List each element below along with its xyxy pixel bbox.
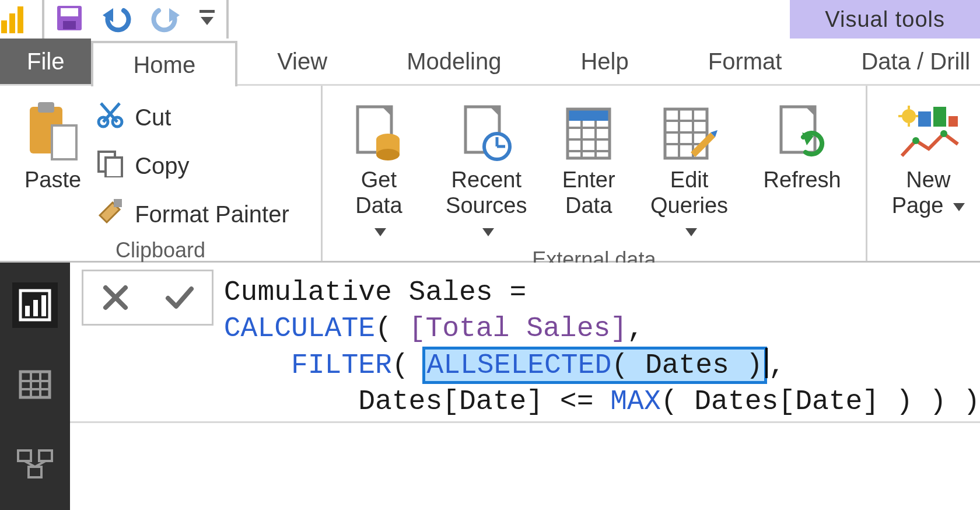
svg-marker-9: [201, 17, 214, 25]
new-page-icon: [896, 97, 960, 162]
refresh-label: Refresh: [764, 167, 841, 193]
tab-modeling[interactable]: Modeling: [367, 39, 541, 84]
group-external-data: Get Data Recent Sources: [323, 86, 867, 261]
ribbon: Paste Cut: [0, 84, 980, 263]
cancel-formula-button[interactable]: [83, 271, 148, 324]
new-page-label: New Page: [892, 167, 951, 218]
svg-rect-60: [25, 306, 30, 316]
svg-rect-61: [33, 300, 38, 316]
svg-rect-63: [20, 372, 50, 397]
chevron-down-icon: [374, 228, 386, 236]
svg-rect-70: [29, 467, 41, 477]
svg-rect-12: [52, 125, 76, 159]
app-icon: [0, 0, 36, 39]
save-button[interactable]: [55, 4, 84, 35]
code-line-1: Cumulative Sales =: [224, 277, 543, 308]
edit-queries-label: Edit Queries: [650, 167, 728, 218]
tab-help[interactable]: Help: [541, 39, 668, 84]
svg-rect-46: [781, 107, 815, 152]
chevron-down-icon: [482, 228, 494, 236]
edit-queries-button[interactable]: Edit Queries: [631, 92, 748, 244]
svg-rect-18: [106, 158, 122, 177]
report-view-button[interactable]: [12, 282, 58, 328]
formula-selection: ALLSELECTED( Dates ): [425, 350, 764, 381]
svg-rect-0: [1, 20, 7, 33]
get-data-icon: [353, 97, 404, 162]
cut-label: Cut: [135, 104, 171, 131]
svg-point-57: [912, 137, 919, 144]
contextual-tab-label: Visual tools: [790, 0, 980, 39]
svg-rect-56: [949, 116, 958, 127]
copy-button[interactable]: Copy: [94, 146, 292, 186]
get-data-label: Get Data: [355, 167, 402, 218]
svg-rect-20: [114, 199, 122, 207]
formula-bar[interactable]: Cumulative Sales = CALCULATE( [Total Sal…: [70, 263, 980, 423]
tab-file[interactable]: File: [0, 39, 91, 84]
tab-home[interactable]: Home: [91, 41, 237, 86]
commit-formula-button[interactable]: [148, 271, 212, 324]
svg-rect-4: [61, 8, 78, 16]
cut-button[interactable]: Cut: [94, 97, 292, 138]
enter-data-button[interactable]: Enter Data: [550, 92, 628, 218]
svg-rect-2: [18, 6, 23, 33]
svg-point-58: [940, 130, 947, 137]
svg-rect-54: [918, 111, 931, 127]
svg-point-25: [376, 149, 400, 160]
svg-rect-55: [933, 107, 946, 127]
svg-line-16: [101, 103, 117, 122]
svg-rect-69: [39, 450, 52, 461]
paste-label: Paste: [24, 167, 81, 193]
svg-line-15: [103, 103, 120, 122]
redo-button[interactable]: [149, 4, 182, 35]
new-page-button[interactable]: New Page: [879, 92, 978, 218]
ribbon-tab-strip: File Home View Modeling Help Format Data…: [0, 39, 980, 84]
formula-controls: [82, 270, 214, 326]
paste-icon: [26, 97, 80, 162]
dax-formula-editor[interactable]: Cumulative Sales = CALCULATE( [Total Sal…: [224, 270, 980, 420]
svg-rect-68: [18, 450, 31, 461]
tab-format[interactable]: Format: [668, 39, 822, 84]
model-view-button[interactable]: [12, 441, 58, 487]
enter-data-label: Enter Data: [562, 167, 615, 218]
title-bar: Visual tools: [0, 0, 980, 39]
recent-sources-button[interactable]: Recent Sources: [426, 92, 547, 244]
svg-rect-31: [568, 109, 610, 121]
svg-rect-5: [63, 21, 76, 29]
text-cursor: [765, 348, 768, 378]
get-data-button[interactable]: Get Data: [334, 92, 424, 244]
tab-data-drill[interactable]: Data / Drill: [821, 39, 980, 84]
chevron-down-icon: [685, 228, 697, 236]
recent-sources-icon: [461, 97, 512, 162]
code-line-4: Dates[Date] <= MAX( Dates[Date] ) ) ): [224, 386, 980, 417]
tab-view[interactable]: View: [237, 39, 367, 84]
workspace: Cumulative Sales = CALCULATE( [Total Sal…: [0, 263, 980, 510]
copy-label: Copy: [135, 153, 189, 179]
code-line-3: FILTER( ALLSELECTED( Dates ),: [224, 350, 786, 381]
format-painter-button[interactable]: Format Painter: [94, 194, 292, 235]
group-clipboard-title: Clipboard: [12, 235, 309, 263]
svg-rect-11: [38, 102, 54, 113]
group-clipboard: Paste Cut: [0, 86, 323, 261]
undo-button[interactable]: [100, 4, 133, 35]
paste-button[interactable]: Paste: [12, 92, 94, 193]
refresh-button[interactable]: Refresh: [751, 92, 854, 193]
svg-rect-8: [200, 10, 215, 13]
report-canvas[interactable]: [70, 423, 980, 510]
svg-rect-62: [41, 295, 46, 316]
code-line-2: CALCULATE( [Total Sales],: [224, 313, 644, 344]
copy-icon: [96, 149, 124, 183]
format-painter-label: Format Painter: [135, 201, 289, 228]
group-insert: New Page: [867, 86, 980, 261]
svg-point-49: [902, 109, 916, 123]
cut-icon: [96, 101, 124, 134]
format-painter-icon: [96, 198, 124, 231]
enter-data-icon: [564, 97, 613, 162]
data-view-button[interactable]: [12, 362, 58, 407]
quick-access-toolbar: [42, 0, 229, 39]
refresh-icon: [776, 97, 828, 162]
recent-sources-label: Recent Sources: [446, 167, 527, 218]
edit-queries-icon: [662, 97, 718, 162]
view-switcher: [0, 263, 70, 510]
customize-qat-button[interactable]: [198, 6, 216, 32]
chevron-down-icon: [953, 203, 965, 211]
